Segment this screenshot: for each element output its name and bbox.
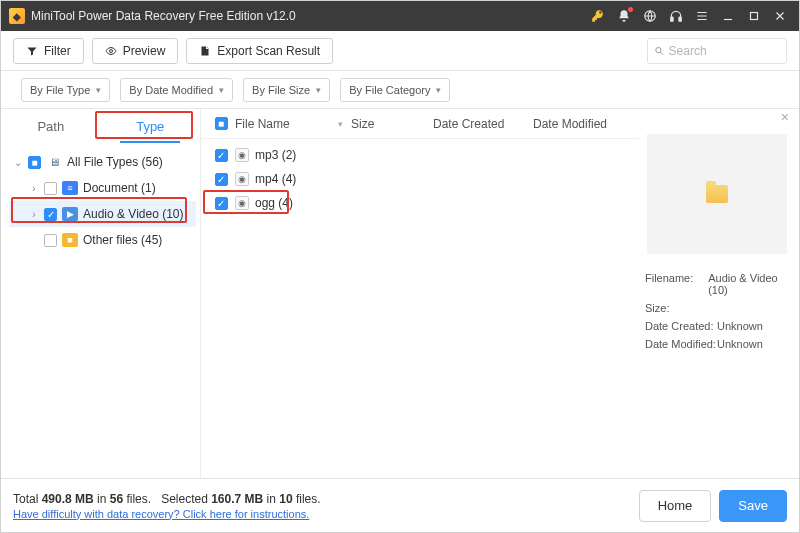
detail-filename-key: Filename:: [645, 272, 708, 296]
tree-node-audio-video[interactable]: › ✓ ▶ Audio & Video (10): [9, 201, 196, 227]
chevron-right-icon: ›: [29, 209, 39, 220]
filter-row: By File Type▾ By Date Modified▾ By File …: [1, 71, 799, 109]
detail-modified-key: Date Modified:: [645, 338, 717, 350]
home-button[interactable]: Home: [639, 490, 712, 522]
tree-label: Document (1): [83, 181, 156, 195]
list-item[interactable]: ✓ ◉ogg (4): [207, 191, 639, 215]
checkbox[interactable]: ✓: [44, 208, 57, 221]
filter-by-size[interactable]: By File Size▾: [243, 78, 330, 102]
detail-filename-val: Audio & Video (10): [708, 272, 789, 296]
svg-point-5: [656, 47, 661, 52]
file-list-panel: ■ File Name▾ Size Date Created Date Modi…: [201, 109, 639, 478]
tree-node-all[interactable]: ⌄ ■ 🖥 All File Types (56): [9, 149, 196, 175]
list-item[interactable]: ✓ ◉mp4 (4): [207, 167, 639, 191]
close-panel-icon[interactable]: ×: [781, 109, 789, 125]
checkbox[interactable]: [44, 234, 57, 247]
filter-by-type[interactable]: By File Type▾: [21, 78, 110, 102]
export-button[interactable]: Export Scan Result: [186, 38, 333, 64]
filter-by-category[interactable]: By File Category▾: [340, 78, 450, 102]
bell-icon[interactable]: [611, 2, 637, 30]
export-label: Export Scan Result: [217, 44, 320, 58]
chevron-down-icon: ⌄: [13, 157, 23, 168]
tree-node-other[interactable]: ■ Other files (45): [9, 227, 196, 253]
sort-icon[interactable]: ▾: [338, 119, 343, 129]
col-name[interactable]: File Name: [235, 117, 290, 131]
main-area: Path Type ⌄ ■ 🖥 All File Types (56) › ≡ …: [1, 109, 799, 478]
chevron-down-icon: ▾: [219, 85, 224, 95]
filter-button[interactable]: Filter: [13, 38, 84, 64]
folder-icon: [706, 185, 728, 203]
file-rows: ✓ ◉mp3 (2) ✓ ◉mp4 (4) ✓ ◉ogg (4): [201, 139, 639, 215]
eye-icon: [105, 45, 117, 57]
window-title: MiniTool Power Data Recovery Free Editio…: [31, 9, 296, 23]
file-name: mp3 (2): [255, 148, 296, 162]
chevron-down-icon: ▾: [316, 85, 321, 95]
col-size[interactable]: Size: [351, 117, 374, 131]
list-item[interactable]: ✓ ◉mp3 (2): [207, 143, 639, 167]
minimize-icon[interactable]: [715, 2, 741, 30]
header-checkbox[interactable]: ■: [215, 117, 228, 130]
detail-modified-val: Unknown: [717, 338, 763, 350]
thumbnail: [647, 134, 787, 254]
preview-button[interactable]: Preview: [92, 38, 179, 64]
checkbox[interactable]: ✓: [215, 149, 228, 162]
funnel-icon: [26, 45, 38, 57]
svg-point-4: [109, 49, 112, 52]
checkbox[interactable]: ✓: [215, 197, 228, 210]
tree-label: Other files (45): [83, 233, 162, 247]
search-icon: [654, 45, 665, 57]
folder-icon: ■: [62, 233, 78, 247]
detail-panel: × Filename:Audio & Video (10) Size: Date…: [639, 109, 799, 478]
help-link[interactable]: Have difficulty with data recovery? Clic…: [13, 508, 321, 520]
chevron-down-icon: ▾: [96, 85, 101, 95]
notification-dot-icon: [628, 7, 633, 12]
document-icon: ≡: [62, 181, 78, 195]
filter-label: Filter: [44, 44, 71, 58]
col-modified[interactable]: Date Modified: [533, 117, 607, 131]
chevron-right-icon: ›: [29, 183, 39, 194]
svg-rect-2: [679, 17, 681, 21]
preview-label: Preview: [123, 44, 166, 58]
headphones-icon[interactable]: [663, 2, 689, 30]
filetype-icon: ◉: [235, 172, 249, 186]
tree-label: Audio & Video (10): [83, 207, 184, 221]
close-icon[interactable]: [767, 2, 793, 30]
app-logo-icon: ◆: [9, 8, 25, 24]
svg-rect-3: [751, 13, 758, 20]
sidebar-tabs: Path Type: [1, 109, 200, 143]
file-name: mp4 (4): [255, 172, 296, 186]
monitor-icon: 🖥: [46, 155, 62, 169]
status-bar: Total 490.8 MB in 56 files. Selected 160…: [1, 478, 799, 532]
svg-rect-1: [671, 17, 673, 21]
export-icon: [199, 45, 211, 57]
globe-icon[interactable]: [637, 2, 663, 30]
detail-created-key: Date Created:: [645, 320, 717, 332]
chevron-down-icon: ▾: [436, 85, 441, 95]
filetype-icon: ◉: [235, 148, 249, 162]
checkbox[interactable]: ✓: [215, 173, 228, 186]
detail-size-key: Size:: [645, 302, 717, 314]
hamburger-menu-icon[interactable]: [689, 2, 715, 30]
checkbox[interactable]: [44, 182, 57, 195]
video-icon: ▶: [62, 207, 78, 221]
save-button[interactable]: Save: [719, 490, 787, 522]
column-headers: ■ File Name▾ Size Date Created Date Modi…: [201, 109, 639, 139]
key-icon[interactable]: [585, 2, 611, 30]
detail-created-val: Unknown: [717, 320, 763, 332]
tree-label: All File Types (56): [67, 155, 163, 169]
search-box[interactable]: [647, 38, 787, 64]
col-created[interactable]: Date Created: [433, 117, 504, 131]
toolbar: Filter Preview Export Scan Result: [1, 31, 799, 71]
tab-path[interactable]: Path: [1, 109, 101, 143]
sidebar: Path Type ⌄ ■ 🖥 All File Types (56) › ≡ …: [1, 109, 201, 478]
maximize-icon[interactable]: [741, 2, 767, 30]
tree-node-document[interactable]: › ≡ Document (1): [9, 175, 196, 201]
checkbox[interactable]: ■: [28, 156, 41, 169]
tab-type[interactable]: Type: [101, 109, 201, 143]
file-type-tree: ⌄ ■ 🖥 All File Types (56) › ≡ Document (…: [1, 143, 200, 257]
search-input[interactable]: [669, 44, 780, 58]
filter-by-date[interactable]: By Date Modified▾: [120, 78, 233, 102]
filetype-icon: ◉: [235, 196, 249, 210]
titlebar: ◆ MiniTool Power Data Recovery Free Edit…: [1, 1, 799, 31]
status-text: Total 490.8 MB in 56 files. Selected 160…: [13, 492, 321, 506]
